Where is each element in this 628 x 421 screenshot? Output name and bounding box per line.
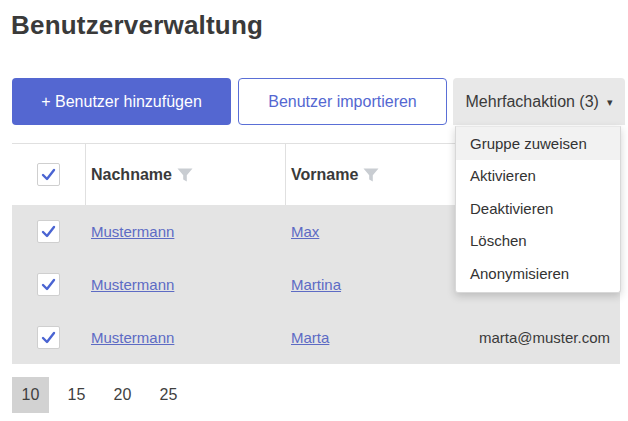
select-all-checkbox[interactable] (37, 163, 60, 186)
lastname-link[interactable]: Mustermann (91, 329, 174, 346)
email-text: marta@muster.com (479, 329, 610, 346)
page-size-option[interactable]: 20 (104, 377, 141, 413)
bulk-menu-item[interactable]: Anonymisieren (456, 257, 620, 290)
check-icon (41, 225, 56, 238)
chevron-down-icon: ▾ (607, 95, 613, 108)
column-divider (285, 144, 286, 205)
bulk-menu-item[interactable]: Deaktivieren (456, 192, 620, 225)
lastname-link[interactable]: Mustermann (91, 276, 174, 293)
funnel-icon[interactable] (177, 168, 193, 182)
page-title: Benutzerverwaltung (11, 10, 263, 41)
row-checkbox[interactable] (37, 220, 60, 243)
row-checkbox[interactable] (37, 326, 60, 349)
lastname-link[interactable]: Mustermann (91, 223, 174, 240)
firstname-link[interactable]: Martina (291, 276, 341, 293)
column-header-vorname: Vorname (291, 166, 379, 184)
bulk-action-dropdown-button[interactable]: Mehrfachaktion (3) ▾ (453, 78, 625, 125)
bulk-action-menu: Gruppe zuweisen Aktivieren Deaktivieren … (455, 126, 621, 293)
row-checkbox[interactable] (37, 273, 60, 296)
bulk-action-label: Mehrfachaktion (3) (466, 93, 599, 111)
firstname-link[interactable]: Max (291, 223, 319, 240)
bulk-menu-item[interactable]: Aktivieren (456, 160, 620, 193)
page-size-option[interactable]: 10 (12, 377, 49, 413)
column-divider (85, 144, 86, 205)
import-users-button[interactable]: Benutzer importieren (238, 78, 447, 125)
column-header-nachname: Nachname (91, 166, 193, 184)
pagination: 10 15 20 25 (12, 377, 187, 413)
check-icon (41, 331, 56, 344)
check-icon (41, 278, 56, 291)
page-size-option[interactable]: 25 (150, 377, 187, 413)
bulk-menu-item[interactable]: Gruppe zuweisen (456, 127, 620, 160)
funnel-icon[interactable] (363, 168, 379, 182)
check-icon (41, 168, 56, 181)
page-size-option[interactable]: 15 (58, 377, 95, 413)
firstname-link[interactable]: Marta (291, 329, 329, 346)
user-management-page: Benutzerverwaltung + Benutzer hinzufügen… (0, 0, 628, 421)
add-user-button[interactable]: + Benutzer hinzufügen (12, 78, 231, 125)
bulk-menu-item[interactable]: Löschen (456, 225, 620, 258)
table-row: Mustermann Marta marta@muster.com (12, 311, 620, 364)
